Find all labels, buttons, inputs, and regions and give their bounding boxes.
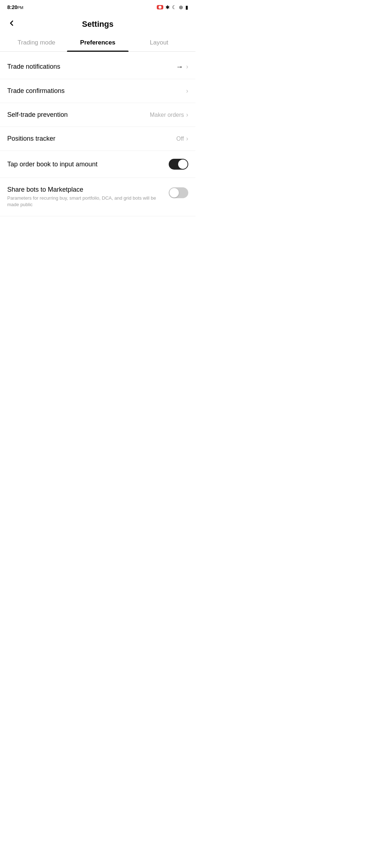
settings-item-share-bots[interactable]: Share bots to Marketplace Parameters for… — [0, 178, 196, 216]
self-trade-prevention-label: Self-trade prevention — [7, 111, 150, 119]
settings-item-self-trade-prevention[interactable]: Self-trade prevention Maker orders › — [0, 103, 196, 127]
cursor-pointer-icon: → — [176, 63, 183, 71]
settings-list: Trade notifications → › Trade confirmati… — [0, 55, 196, 216]
status-icons: ✱ ☾ ⊛ ▮ — [157, 4, 188, 10]
settings-item-trade-notifications[interactable]: Trade notifications → › — [0, 55, 196, 79]
chevron-right-icon: › — [186, 87, 188, 95]
record-icon — [157, 5, 163, 9]
tab-preferences[interactable]: Preferences — [67, 34, 128, 51]
share-bots-label: Share bots to Marketplace — [7, 186, 169, 193]
settings-item-trade-confirmations[interactable]: Trade confirmations › — [0, 79, 196, 103]
status-time: 8:20PM — [7, 4, 24, 10]
page-title: Settings — [82, 20, 114, 29]
back-button[interactable] — [7, 19, 16, 30]
wifi-icon: ⊛ — [179, 4, 183, 10]
bluetooth-icon: ✱ — [165, 4, 170, 10]
trade-notifications-label: Trade notifications — [7, 63, 176, 71]
chevron-right-icon: › — [186, 63, 188, 71]
tab-trading-mode[interactable]: Trading mode — [6, 34, 67, 51]
chevron-right-icon: › — [186, 111, 188, 119]
settings-item-positions-tracker[interactable]: Positions tracker Off › — [0, 127, 196, 151]
self-trade-prevention-value: Maker orders — [150, 112, 184, 118]
share-bots-toggle[interactable] — [169, 187, 188, 198]
status-bar: 8:20PM ✱ ☾ ⊛ ▮ — [0, 0, 196, 14]
share-bots-sublabel: Parameters for recurring buy, smart port… — [7, 195, 169, 208]
trade-confirmations-label: Trade confirmations — [7, 87, 186, 95]
positions-tracker-value: Off — [176, 136, 184, 142]
battery-icon: ▮ — [185, 4, 188, 10]
header: Settings — [0, 14, 196, 34]
positions-tracker-label: Positions tracker — [7, 135, 176, 142]
tap-order-book-label: Tap order book to input amount — [7, 161, 169, 168]
toggle-knob — [178, 159, 188, 169]
tabs-container: Trading mode Preferences Layout — [0, 34, 196, 52]
tap-order-book-toggle[interactable] — [169, 159, 188, 170]
tab-layout[interactable]: Layout — [129, 34, 190, 51]
settings-item-tap-order-book[interactable]: Tap order book to input amount — [0, 151, 196, 178]
moon-icon: ☾ — [172, 4, 177, 10]
chevron-right-icon: › — [186, 135, 188, 142]
toggle-knob — [169, 188, 179, 197]
